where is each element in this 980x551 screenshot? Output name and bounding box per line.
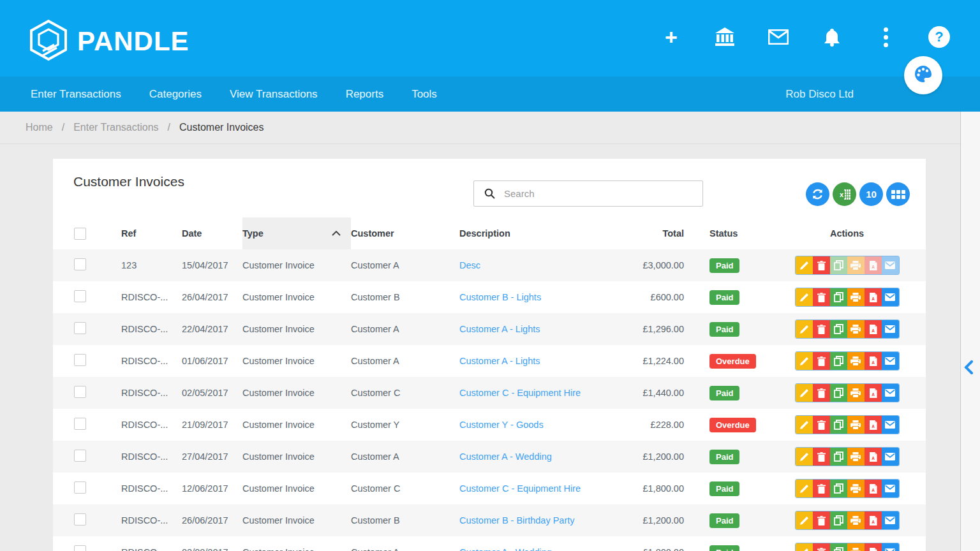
description-link[interactable]: Customer B - Lights [459,292,541,302]
description-link[interactable]: Desc [459,260,480,270]
description-link[interactable]: Customer A - Wedding [459,452,552,462]
email-button[interactable] [882,288,899,306]
table-row[interactable]: RDISCO-... 12/06/2017 Customer Invoice C… [53,473,926,504]
row-checkbox[interactable] [74,513,86,525]
description-link[interactable]: Customer Y - Goods [459,420,544,430]
print-button[interactable] [847,352,865,370]
description-link[interactable]: Customer A - Wedding [459,547,552,551]
help-icon[interactable]: ? [926,24,952,50]
row-checkbox[interactable] [74,450,86,462]
delete-button[interactable] [813,320,830,338]
print-button[interactable] [847,511,865,529]
col-total[interactable]: Total [619,217,690,249]
email-button[interactable] [882,416,899,434]
row-checkbox[interactable] [74,322,86,334]
row-checkbox[interactable] [74,290,86,302]
edit-button[interactable] [796,416,813,434]
delete-button[interactable] [813,352,830,370]
delete-button[interactable] [813,448,830,466]
print-button[interactable] [847,480,865,497]
pdf-button[interactable]: A [865,320,882,338]
edit-button[interactable] [796,352,813,370]
print-button[interactable] [847,448,865,466]
search-input[interactable] [503,187,684,200]
pandle-logo[interactable]: PANDLE [29,19,189,64]
col-type[interactable]: Type [242,217,351,249]
pdf-button[interactable]: A [865,352,882,370]
row-checkbox[interactable] [74,386,86,398]
table-row[interactable]: RDISCO-... 21/09/2017 Customer Invoice C… [53,409,926,441]
description-link[interactable]: Customer B - Birthday Party [459,515,575,525]
nav-enter-transactions[interactable]: Enter Transactions [31,88,121,101]
delete-button[interactable] [813,256,830,274]
table-row[interactable]: RDISCO-... 26/04/2017 Customer Invoice C… [53,281,926,313]
pdf-button[interactable]: A [865,511,882,529]
description-link[interactable]: Customer C - Equipment Hire [459,483,581,494]
copy-button[interactable] [830,256,847,274]
col-date[interactable]: Date [182,217,242,249]
row-checkbox[interactable] [74,418,86,430]
pdf-button[interactable]: A [865,543,882,551]
col-ref[interactable]: Ref [121,217,182,249]
search-box[interactable] [473,180,703,207]
delete-button[interactable] [813,416,830,434]
pdf-button[interactable]: A [865,480,882,497]
email-button[interactable] [882,384,899,402]
copy-button[interactable] [830,416,847,434]
page-size-button[interactable]: 10 [859,182,883,206]
copy-button[interactable] [830,448,847,466]
email-button[interactable] [882,256,899,274]
delete-button[interactable] [813,480,830,497]
collapsed-side-panel[interactable] [960,112,980,551]
pdf-button[interactable]: A [865,288,882,306]
copy-button[interactable] [830,320,847,338]
delete-button[interactable] [813,384,830,402]
table-row[interactable]: RDISCO-... 26/06/2017 Customer Invoice C… [53,504,926,536]
nav-reports[interactable]: Reports [346,88,384,101]
edit-button[interactable] [796,543,813,551]
plus-icon[interactable]: + [658,24,684,50]
mail-icon[interactable] [766,24,791,50]
pdf-button[interactable]: A [865,384,882,402]
pdf-button[interactable]: A [865,448,882,466]
edit-button[interactable] [796,448,813,466]
email-button[interactable] [882,543,899,551]
print-button[interactable] [847,543,865,551]
pdf-button[interactable]: A [865,256,882,274]
bank-icon[interactable] [712,24,738,50]
print-button[interactable] [847,320,865,338]
bell-icon[interactable] [819,24,845,50]
pdf-button[interactable]: A [865,416,882,434]
description-link[interactable]: Customer C - Equipment Hire [459,388,581,398]
theme-palette-button[interactable] [904,56,942,94]
columns-button[interactable] [886,182,910,206]
table-row[interactable]: RDISCO-... 02/05/2017 Customer Invoice C… [53,377,926,409]
copy-button[interactable] [830,511,847,529]
breadcrumb-enter-transactions[interactable]: Enter Transactions [73,122,158,133]
row-checkbox[interactable] [74,258,86,270]
edit-button[interactable] [796,320,813,338]
row-checkbox[interactable] [74,354,86,366]
print-button[interactable] [847,384,865,402]
company-name[interactable]: Rob Disco Ltd [785,88,854,101]
table-row[interactable]: RDISCO-... 22/04/2017 Customer Invoice C… [53,313,926,345]
print-button[interactable] [847,256,865,274]
email-button[interactable] [882,480,899,497]
edit-button[interactable] [796,256,813,274]
edit-button[interactable] [796,511,813,529]
delete-button[interactable] [813,543,830,551]
copy-button[interactable] [830,352,847,370]
delete-button[interactable] [813,511,830,529]
row-checkbox[interactable] [74,545,86,551]
table-row[interactable]: RDISCO-... 02/08/2017 Customer Invoice C… [53,536,926,551]
print-button[interactable] [847,288,865,306]
table-row[interactable]: 123 15/04/2017 Customer Invoice Customer… [53,249,926,281]
nav-categories[interactable]: Categories [149,88,202,101]
expand-panel-chevron-icon[interactable] [964,360,973,377]
email-button[interactable] [882,511,899,529]
col-customer[interactable]: Customer [351,217,459,249]
delete-button[interactable] [813,288,830,306]
description-link[interactable]: Customer A - Lights [459,324,540,334]
export-excel-button[interactable]: x [833,182,856,206]
print-button[interactable] [847,416,865,434]
